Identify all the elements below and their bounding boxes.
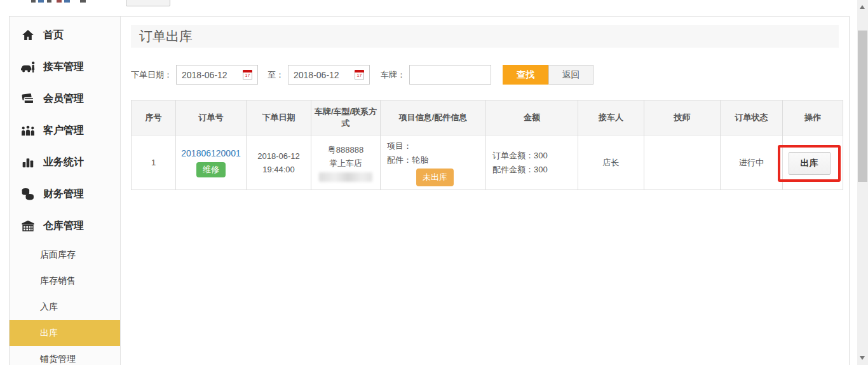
logo-fragment: [31, 0, 36, 3]
plate-input[interactable]: [415, 70, 485, 79]
sidebar-item-label: 客户管理: [43, 124, 84, 137]
logo-fragment: [57, 0, 62, 3]
col-order-no: 订单号: [176, 100, 247, 135]
finance-coins-icon: [20, 187, 36, 201]
sidebar-subitem-store-inventory[interactable]: 店面库存: [10, 242, 120, 268]
parts-line: 配件：轮胎: [387, 153, 483, 167]
outbound-button[interactable]: 出库: [789, 152, 831, 175]
col-order-date: 下单日期: [247, 100, 311, 135]
calendar-icon[interactable]: 17: [243, 70, 252, 79]
cell-index: 1: [132, 135, 176, 190]
col-vehicle: 车牌/车型/联系方式: [311, 100, 381, 135]
sidebar-item-label: 业务统计: [43, 156, 84, 169]
page-title: 订单出库: [131, 25, 839, 48]
sidebar-item-label: 接车管理: [43, 60, 84, 74]
cell-order-status: 进行中: [721, 135, 783, 190]
sidebar-item-home[interactable]: 首页: [10, 19, 120, 51]
col-technician: 技师: [644, 100, 721, 135]
cell-order-no: 201806120001 维修: [176, 135, 247, 190]
order-type-badge: 维修: [196, 162, 226, 177]
col-amount: 金额: [486, 100, 578, 135]
home-icon: [20, 28, 36, 42]
logo-fragment: [64, 0, 70, 3]
sidebar-item-members[interactable]: 会员管理: [10, 83, 120, 114]
order-time: 19:44:00: [249, 163, 308, 176]
sidebar-item-label: 会员管理: [43, 92, 84, 106]
cell-amount: 订单金额：300 配件金额：300: [486, 135, 578, 190]
filter-bar: 下单日期： 2018-06-12 17 至： 2018-06-12 17 车牌：…: [131, 65, 839, 85]
search-button[interactable]: 查找: [503, 65, 548, 85]
sidebar-item-statistics[interactable]: 业务统计: [10, 146, 120, 178]
col-status: 订单状态: [721, 100, 783, 135]
logo-fragment: [80, 0, 86, 3]
partial-header-button[interactable]: [126, 0, 170, 6]
sidebar-item-finance[interactable]: 财务管理: [10, 178, 120, 210]
back-button[interactable]: 返回: [548, 65, 593, 85]
scroll-up-arrow-icon[interactable]: [860, 5, 865, 9]
cell-technician: [644, 135, 721, 190]
order-amount: 订单金额：300: [492, 149, 575, 163]
order-date-label: 下单日期：: [131, 69, 172, 81]
bar-chart-icon: [20, 155, 36, 169]
parts-amount: 配件金额：300: [492, 163, 575, 177]
cell-project-parts: 项目： 配件：轮胎 未出库: [381, 135, 486, 190]
sidebar-subitem-distribution[interactable]: 铺货管理: [10, 346, 120, 365]
vertical-scrollbar[interactable]: [857, 0, 868, 365]
order-number-link[interactable]: 201806120001: [179, 148, 243, 158]
sidebar-subitem-outbound-active[interactable]: 出库: [10, 320, 120, 346]
sidebar-item-car-reception[interactable]: 接车管理: [10, 51, 120, 83]
cell-action: 出库: [783, 135, 843, 190]
date-to-input[interactable]: 2018-06-12 17: [288, 65, 370, 85]
car-icon: [20, 60, 36, 74]
stock-status-badge: 未出库: [416, 169, 454, 186]
membership-cards-icon: [20, 92, 36, 106]
plate-label: 车牌：: [381, 69, 405, 81]
redacted-contact: [319, 172, 372, 182]
app-window: 首页 接车管理: [0, 0, 868, 365]
project-line: 项目：: [387, 139, 483, 153]
col-action: 操作: [783, 100, 843, 135]
content-frame: 首页 接车管理: [9, 16, 850, 365]
logo-fragment: [47, 0, 51, 3]
partial-top-header: [0, 0, 868, 8]
cell-order-date: 2018-06-12 19:44:00: [247, 135, 311, 190]
sidebar-item-warehouse[interactable]: 仓库管理: [10, 210, 120, 242]
plate-input-box: [409, 65, 491, 85]
calendar-icon[interactable]: 17: [355, 70, 364, 79]
date-from-input[interactable]: 2018-06-12 17: [176, 65, 258, 85]
warehouse-icon: [20, 219, 36, 233]
vehicle-model: 掌上车店: [314, 156, 377, 170]
orders-table: 序号 订单号 下单日期 车牌/车型/联系方式 项目信息/配件信息 金额 接车人 …: [131, 100, 843, 190]
sidebar-item-customers[interactable]: 客户管理: [10, 114, 120, 146]
col-index: 序号: [132, 100, 176, 135]
scrollbar-thumb[interactable]: [858, 31, 867, 182]
sidebar-item-label: 仓库管理: [43, 219, 84, 233]
customers-icon: [20, 123, 36, 137]
red-highlight-annotation: 出库: [778, 145, 841, 182]
scroll-down-arrow-icon[interactable]: [860, 356, 865, 360]
sidebar: 首页 接车管理: [10, 17, 121, 365]
sidebar-subitem-inventory-sales[interactable]: 库存销售: [10, 268, 120, 294]
table-row: 1 201806120001 维修 2018-06-12 19:44:00: [132, 135, 843, 190]
col-receiver: 接车人: [578, 100, 644, 135]
order-date: 2018-06-12: [249, 149, 308, 163]
sidebar-item-label: 财务管理: [43, 188, 84, 201]
vehicle-plate: 粤888888: [314, 143, 377, 156]
cell-receiver: 店长: [578, 135, 644, 190]
date-from-value: 2018-06-12: [182, 70, 227, 80]
main-content: 订单出库 下单日期： 2018-06-12 17 至： 2018-06-12 1…: [121, 17, 849, 365]
sidebar-subitem-inbound[interactable]: 入库: [10, 294, 120, 320]
table-header-row: 序号 订单号 下单日期 车牌/车型/联系方式 项目信息/配件信息 金额 接车人 …: [132, 100, 843, 135]
cell-vehicle: 粤888888 掌上车店: [311, 135, 381, 190]
date-to-value: 2018-06-12: [294, 70, 339, 80]
logo-fragment: [38, 0, 44, 3]
to-label: 至：: [268, 69, 284, 81]
sidebar-item-label: 首页: [43, 29, 64, 42]
col-project-parts: 项目信息/配件信息: [381, 100, 486, 135]
